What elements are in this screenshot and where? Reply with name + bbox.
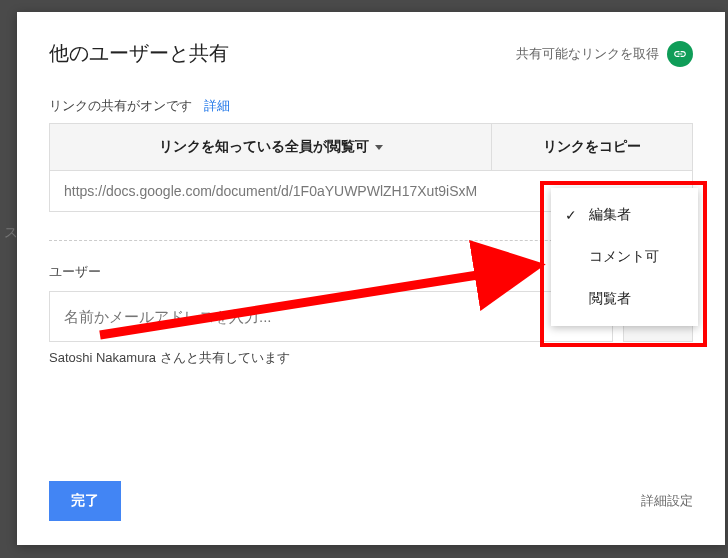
copy-link-button[interactable]: リンクをコピー <box>492 124 692 170</box>
role-dropdown-menu: ✓ 編集者 コメント可 閲覧者 <box>551 188 698 326</box>
link-sharing-status: リンクの共有がオンです 詳細 <box>49 97 693 115</box>
details-link[interactable]: 詳細 <box>204 98 230 113</box>
shareable-link-label: 共有可能なリンクを取得 <box>516 45 659 63</box>
menu-item-label: コメント可 <box>589 248 659 266</box>
menu-item-editor[interactable]: ✓ 編集者 <box>551 194 698 236</box>
link-permission-bar: リンクを知っている全員が閲覧可 リンクをコピー <box>49 123 693 171</box>
menu-item-viewer[interactable]: 閲覧者 <box>551 278 698 320</box>
menu-item-commenter[interactable]: コメント可 <box>551 236 698 278</box>
people-input[interactable] <box>49 291 613 342</box>
link-permission-text: リンクを知っている全員が閲覧可 <box>159 138 369 156</box>
link-status-text: リンクの共有がオンです <box>49 98 192 113</box>
caret-down-icon <box>375 145 383 150</box>
dialog-header: 他のユーザーと共有 共有可能なリンクを取得 <box>49 40 693 67</box>
advanced-settings-link[interactable]: 詳細設定 <box>641 492 693 510</box>
dialog-footer: 完了 詳細設定 <box>49 481 693 521</box>
done-button[interactable]: 完了 <box>49 481 121 521</box>
link-icon <box>667 41 693 67</box>
menu-item-label: 編集者 <box>589 206 631 224</box>
menu-item-label: 閲覧者 <box>589 290 631 308</box>
shared-with-text: Satoshi Nakamura さんと共有しています <box>49 349 693 367</box>
check-icon: ✓ <box>563 207 579 223</box>
link-permission-dropdown[interactable]: リンクを知っている全員が閲覧可 <box>50 124 492 170</box>
get-shareable-link[interactable]: 共有可能なリンクを取得 <box>516 41 693 67</box>
background-text: ス <box>4 224 18 242</box>
dialog-title: 他のユーザーと共有 <box>49 40 229 67</box>
